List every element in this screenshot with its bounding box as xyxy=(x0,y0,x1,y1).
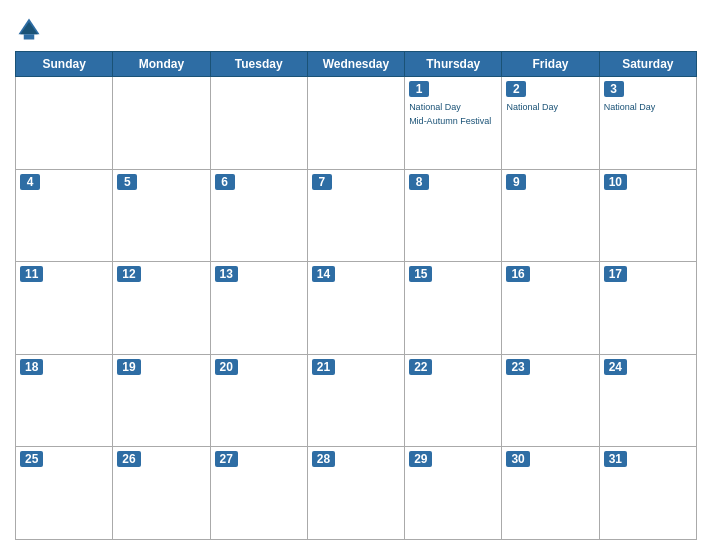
calendar-table: SundayMondayTuesdayWednesdayThursdayFrid… xyxy=(15,51,697,540)
weekday-header-tuesday: Tuesday xyxy=(210,52,307,77)
calendar-cell: 31 xyxy=(599,447,696,540)
calendar-header: SundayMondayTuesdayWednesdayThursdayFrid… xyxy=(16,52,697,77)
day-number: 11 xyxy=(20,266,43,282)
day-number: 21 xyxy=(312,359,335,375)
day-number: 6 xyxy=(215,174,235,190)
day-number: 26 xyxy=(117,451,140,467)
day-number: 8 xyxy=(409,174,429,190)
day-number: 17 xyxy=(604,266,627,282)
calendar-cell: 29 xyxy=(405,447,502,540)
calendar-cell: 0 xyxy=(16,77,113,170)
calendar-cell: 12 xyxy=(113,262,210,355)
weekday-header-friday: Friday xyxy=(502,52,599,77)
calendar-week-2: 45678910 xyxy=(16,169,697,262)
svg-rect-3 xyxy=(24,34,35,39)
calendar-cell: 27 xyxy=(210,447,307,540)
calendar-cell: 23 xyxy=(502,354,599,447)
calendar-cell: 4 xyxy=(16,169,113,262)
day-number: 30 xyxy=(506,451,529,467)
day-number: 13 xyxy=(215,266,238,282)
calendar-cell: 16 xyxy=(502,262,599,355)
calendar-week-1: 00001National DayMid-Autumn Festival2Nat… xyxy=(16,77,697,170)
calendar-cell: 13 xyxy=(210,262,307,355)
calendar-week-5: 25262728293031 xyxy=(16,447,697,540)
calendar-event: National Day xyxy=(604,102,692,114)
day-number: 15 xyxy=(409,266,432,282)
calendar-cell: 0 xyxy=(307,77,404,170)
calendar-event: National Day xyxy=(409,102,497,114)
calendar-cell: 0 xyxy=(210,77,307,170)
day-number: 16 xyxy=(506,266,529,282)
calendar-cell: 19 xyxy=(113,354,210,447)
calendar-cell: 7 xyxy=(307,169,404,262)
calendar-event: Mid-Autumn Festival xyxy=(409,116,497,128)
day-number: 2 xyxy=(506,81,526,97)
weekday-header-sunday: Sunday xyxy=(16,52,113,77)
calendar-event: National Day xyxy=(506,102,594,114)
calendar-cell: 30 xyxy=(502,447,599,540)
day-number: 5 xyxy=(117,174,137,190)
calendar-cell: 5 xyxy=(113,169,210,262)
day-number: 28 xyxy=(312,451,335,467)
weekday-header-wednesday: Wednesday xyxy=(307,52,404,77)
calendar-cell: 6 xyxy=(210,169,307,262)
calendar-cell: 3National Day xyxy=(599,77,696,170)
weekday-header-row: SundayMondayTuesdayWednesdayThursdayFrid… xyxy=(16,52,697,77)
day-number: 3 xyxy=(604,81,624,97)
day-number: 25 xyxy=(20,451,43,467)
day-number: 12 xyxy=(117,266,140,282)
day-number: 29 xyxy=(409,451,432,467)
calendar-week-4: 18192021222324 xyxy=(16,354,697,447)
calendar-cell: 11 xyxy=(16,262,113,355)
calendar-cell: 20 xyxy=(210,354,307,447)
weekday-header-monday: Monday xyxy=(113,52,210,77)
day-number: 14 xyxy=(312,266,335,282)
calendar-cell: 14 xyxy=(307,262,404,355)
calendar-body: 00001National DayMid-Autumn Festival2Nat… xyxy=(16,77,697,540)
day-number: 22 xyxy=(409,359,432,375)
logo-icon xyxy=(15,15,43,43)
day-number: 31 xyxy=(604,451,627,467)
day-number: 1 xyxy=(409,81,429,97)
calendar-cell: 22 xyxy=(405,354,502,447)
day-number: 7 xyxy=(312,174,332,190)
weekday-header-thursday: Thursday xyxy=(405,52,502,77)
day-number: 9 xyxy=(506,174,526,190)
page: SundayMondayTuesdayWednesdayThursdayFrid… xyxy=(0,0,712,550)
day-number: 10 xyxy=(604,174,627,190)
calendar-cell: 15 xyxy=(405,262,502,355)
day-number: 23 xyxy=(506,359,529,375)
day-number: 18 xyxy=(20,359,43,375)
calendar-cell: 25 xyxy=(16,447,113,540)
day-number: 20 xyxy=(215,359,238,375)
calendar-cell: 18 xyxy=(16,354,113,447)
calendar-cell: 2National Day xyxy=(502,77,599,170)
calendar-cell: 10 xyxy=(599,169,696,262)
day-number: 27 xyxy=(215,451,238,467)
day-number: 4 xyxy=(20,174,40,190)
weekday-header-saturday: Saturday xyxy=(599,52,696,77)
calendar-cell: 26 xyxy=(113,447,210,540)
calendar-cell: 28 xyxy=(307,447,404,540)
calendar-week-3: 11121314151617 xyxy=(16,262,697,355)
calendar-cell: 1National DayMid-Autumn Festival xyxy=(405,77,502,170)
calendar-cell: 17 xyxy=(599,262,696,355)
calendar-cell: 24 xyxy=(599,354,696,447)
day-number: 19 xyxy=(117,359,140,375)
logo xyxy=(15,15,47,43)
calendar-cell: 9 xyxy=(502,169,599,262)
day-number: 24 xyxy=(604,359,627,375)
header xyxy=(15,10,697,51)
calendar-cell: 0 xyxy=(113,77,210,170)
calendar-cell: 8 xyxy=(405,169,502,262)
calendar-cell: 21 xyxy=(307,354,404,447)
